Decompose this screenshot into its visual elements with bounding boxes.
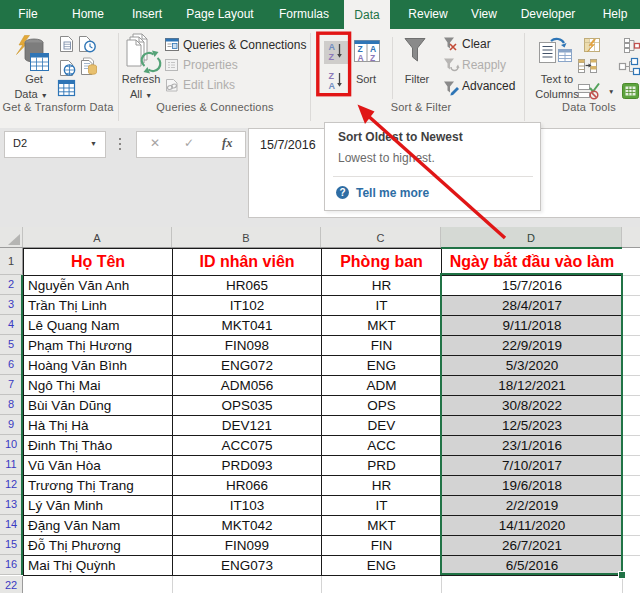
svg-text:Z: Z xyxy=(329,71,335,81)
svg-text:Z: Z xyxy=(329,52,335,62)
svg-text:A: A xyxy=(358,53,364,63)
svg-text:A: A xyxy=(329,42,336,52)
svg-text:▼: ▼ xyxy=(608,88,614,95)
svg-text:Z: Z xyxy=(370,53,375,63)
svg-text:A: A xyxy=(329,81,336,91)
